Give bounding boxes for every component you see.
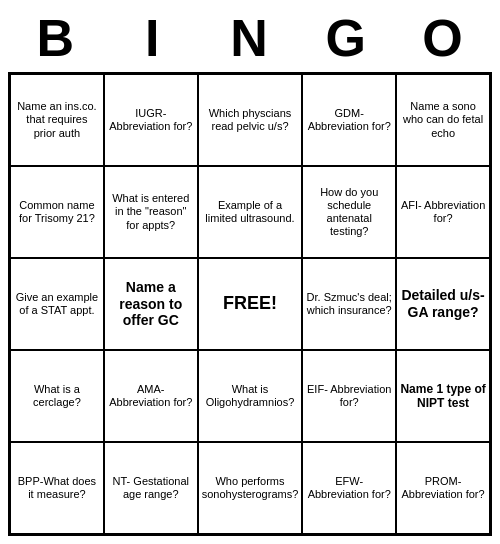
bingo-cell-3: GDM- Abbreviation for? <box>302 74 396 166</box>
bingo-cell-8: How do you schedule antenatal testing? <box>302 166 396 258</box>
title-b: B <box>8 8 105 68</box>
bingo-cell-20: BPP-What does it measure? <box>10 442 104 534</box>
bingo-cell-9: AFI- Abbreviation for? <box>396 166 490 258</box>
bingo-cell-7: Example of a limited ultrasound. <box>198 166 303 258</box>
bingo-grid: Name an ins.co. that requires prior auth… <box>8 72 492 536</box>
bingo-cell-4: Name a sono who can do fetal echo <box>396 74 490 166</box>
bingo-cell-13: Dr. Szmuc's deal; which insurance? <box>302 258 396 350</box>
bingo-cell-5: Common name for Trisomy 21? <box>10 166 104 258</box>
bingo-title: B I N G O <box>8 8 492 68</box>
bingo-cell-0: Name an ins.co. that requires prior auth <box>10 74 104 166</box>
bingo-cell-2: Which physcians read pelvic u/s? <box>198 74 303 166</box>
bingo-cell-16: AMA- Abbreviation for? <box>104 350 198 442</box>
title-n: N <box>202 8 299 68</box>
bingo-cell-24: PROM- Abbreviation for? <box>396 442 490 534</box>
title-o: O <box>395 8 492 68</box>
bingo-cell-23: EFW- Abbreviation for? <box>302 442 396 534</box>
bingo-cell-17: What is Oligohydramnios? <box>198 350 303 442</box>
bingo-cell-19: Name 1 type of NIPT test <box>396 350 490 442</box>
title-g: G <box>298 8 395 68</box>
bingo-cell-12: FREE! <box>198 258 303 350</box>
bingo-cell-10: Give an example of a STAT appt. <box>10 258 104 350</box>
bingo-cell-21: NT- Gestational age range? <box>104 442 198 534</box>
bingo-cell-18: EIF- Abbreviation for? <box>302 350 396 442</box>
bingo-cell-14: Detailed u/s-GA range? <box>396 258 490 350</box>
bingo-cell-15: What is a cerclage? <box>10 350 104 442</box>
bingo-cell-11: Name a reason to offer GC <box>104 258 198 350</box>
bingo-cell-22: Who performs sonohysterograms? <box>198 442 303 534</box>
title-i: I <box>105 8 202 68</box>
bingo-cell-6: What is entered in the "reason" for appt… <box>104 166 198 258</box>
bingo-cell-1: IUGR- Abbreviation for? <box>104 74 198 166</box>
